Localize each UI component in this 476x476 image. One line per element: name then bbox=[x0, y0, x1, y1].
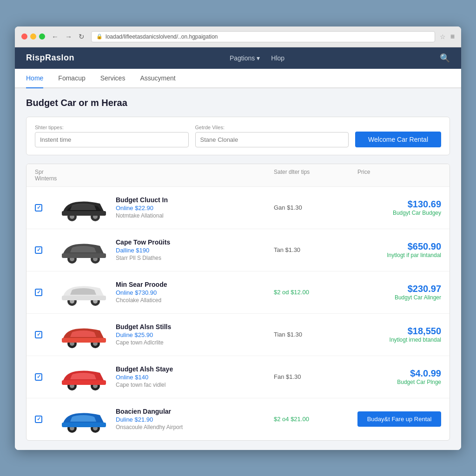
car-svg-3 bbox=[58, 278, 109, 307]
svg-rect-4 bbox=[62, 211, 106, 216]
car-details-4: Budget Alsn Stills Duline $25.90 Cape to… bbox=[116, 323, 171, 346]
app-header: RispRaslon Pagtions ▾ Hlop 🔍 bbox=[15, 47, 461, 69]
car-name-2: Cape Tow Proüits bbox=[116, 238, 170, 246]
search-field-2-label: Getrde Viles: bbox=[195, 125, 349, 130]
svg-rect-29 bbox=[62, 423, 106, 427]
results-table: Spr Winterns Sater dlter tips Price bbox=[26, 164, 450, 441]
car-details-3: Min Sear Proode Online $730.90 Chcolake … bbox=[116, 281, 167, 304]
col-header-3: Price bbox=[357, 169, 441, 182]
car-location-4: Cape town Adlcrlite bbox=[116, 339, 171, 346]
filter-info-3: $2 od $12.00 bbox=[274, 289, 357, 296]
checkbox-3[interactable] bbox=[35, 289, 42, 296]
checkbox-2[interactable] bbox=[35, 246, 42, 254]
back-button[interactable]: ← bbox=[50, 32, 60, 41]
filter-info-1: Gan $1.30 bbox=[274, 204, 357, 211]
table-row: Budget Alsn Stills Duline $25.90 Cape to… bbox=[26, 314, 450, 356]
search-input-1[interactable] bbox=[35, 132, 189, 147]
table-row: Min Sear Proode Online $730.90 Chcolake … bbox=[26, 271, 450, 314]
row-action-button-6[interactable]: Buday&t Fare up Rental bbox=[357, 411, 441, 427]
car-availability-5: Online $140 bbox=[116, 374, 173, 381]
forward-button[interactable]: → bbox=[63, 32, 74, 41]
price-label-5: Budget Car Plnge bbox=[357, 379, 441, 385]
car-details-6: Boacien Dangular Duline $21.90 Onsacoule… bbox=[116, 408, 183, 430]
car-location-5: Cape town fac vidlel bbox=[116, 382, 173, 388]
search-input-2[interactable] bbox=[195, 132, 349, 147]
price-label-1: Budgyt Car Budgey bbox=[357, 210, 441, 216]
minimize-traffic-light[interactable] bbox=[30, 33, 36, 40]
search-field-2: Getrde Viles: bbox=[195, 125, 349, 147]
address-bar[interactable]: 🔒 loadad/lifleetasdanicslolvend/..on.hgp… bbox=[91, 31, 435, 42]
car-name-4: Budget Alsn Stills bbox=[116, 323, 171, 331]
filter-info-6: $2 o4 $21.00 bbox=[274, 416, 357, 423]
svg-rect-24 bbox=[62, 380, 106, 385]
col-header-1: Spr Winterns bbox=[35, 169, 58, 182]
car-location-2: Starr Pll S Dlathes bbox=[116, 255, 170, 261]
header-search-icon[interactable]: 🔍 bbox=[440, 53, 450, 63]
subnav-assucyment[interactable]: Assucyment bbox=[140, 69, 175, 88]
subnav-home[interactable]: Home bbox=[26, 69, 43, 88]
lock-icon: 🔒 bbox=[96, 33, 103, 40]
car-location-6: Onsacoule Allendhy Airport bbox=[116, 424, 183, 430]
car-location-1: Notmtake Allational bbox=[116, 212, 168, 219]
browser-nav: ← → ↻ bbox=[50, 32, 86, 42]
row-checkbox-3[interactable] bbox=[35, 289, 58, 296]
table-row: Budget Alsh Staye Online $140 Cape town … bbox=[26, 356, 450, 398]
price-amount-1: $130.69 bbox=[357, 199, 441, 210]
browser-menu-button[interactable]: ≡ bbox=[450, 33, 455, 41]
car-image-4 bbox=[58, 320, 109, 349]
car-image-2 bbox=[58, 236, 109, 264]
sub-nav: Home Fomacup Services Assucyment bbox=[15, 69, 461, 88]
row-checkbox-4[interactable] bbox=[35, 331, 58, 338]
price-cell-1: $130.69 Budgyt Car Budgey bbox=[357, 199, 441, 216]
close-traffic-light[interactable] bbox=[21, 33, 27, 40]
search-field-1: Shter tippes: bbox=[35, 125, 189, 147]
row-checkbox-1[interactable] bbox=[35, 204, 58, 212]
checkbox-4[interactable] bbox=[35, 331, 42, 338]
chevron-down-icon: ▾ bbox=[257, 54, 260, 62]
price-label-2: Inytlogt if par lintandal bbox=[357, 252, 441, 258]
browser-titlebar: ← → ↻ 🔒 loadad/lifleetasdanicslolvend/..… bbox=[15, 26, 461, 47]
main-content: Budget Car or m Heraa Shter tippes: Getr… bbox=[15, 88, 461, 450]
price-label-3: Budgyt Car Alinger bbox=[357, 294, 441, 301]
checkbox-6[interactable] bbox=[35, 416, 42, 423]
search-bar: Shter tippes: Getrde Viles: Welcome Car … bbox=[26, 117, 450, 155]
car-info-6: Boacien Dangular Duline $21.90 Onsacoule… bbox=[58, 405, 274, 434]
checkbox-1[interactable] bbox=[35, 204, 42, 212]
row-checkbox-6[interactable] bbox=[35, 416, 58, 423]
maximize-traffic-light[interactable] bbox=[39, 33, 45, 40]
page-title: Budget Car or m Heraa bbox=[26, 98, 450, 108]
nav-item-hlop[interactable]: Hlop bbox=[271, 54, 284, 62]
table-header: Spr Winterns Sater dlter tips Price bbox=[26, 164, 450, 187]
price-label-4: Inytlogt irned btandal bbox=[357, 337, 441, 343]
price-amount-2: $650.90 bbox=[357, 241, 441, 252]
refresh-button[interactable]: ↻ bbox=[77, 32, 86, 42]
subnav-fomacup[interactable]: Fomacup bbox=[58, 69, 85, 88]
search-button[interactable]: Welcome Car Rental bbox=[355, 132, 441, 147]
price-cell-4: $18,550 Inytlogt irned btandal bbox=[357, 326, 441, 343]
car-availability-4: Duline $25.90 bbox=[116, 331, 171, 338]
app-nav: Pagtions ▾ Hlop bbox=[230, 54, 284, 62]
svg-rect-14 bbox=[62, 296, 106, 300]
app-logo: RispRaslon bbox=[26, 53, 74, 63]
car-info-5: Budget Alsh Staye Online $140 Cape town … bbox=[58, 363, 274, 391]
car-info-4: Budget Alsn Stills Duline $25.90 Cape to… bbox=[58, 320, 274, 349]
nav-item-pagtions[interactable]: Pagtions ▾ bbox=[230, 54, 260, 62]
row-checkbox-5[interactable] bbox=[35, 373, 58, 381]
url-text: loadad/lifleetasdanicslolvend/..on.hgpai… bbox=[106, 33, 218, 40]
col-header-spacer bbox=[58, 169, 274, 182]
browser-window: ← → ↻ 🔒 loadad/lifleetasdanicslolvend/..… bbox=[15, 26, 461, 450]
car-svg-4 bbox=[58, 320, 109, 349]
subnav-services[interactable]: Services bbox=[100, 69, 126, 88]
car-image-6 bbox=[58, 405, 109, 434]
table-row: Boacien Dangular Duline $21.90 Onsacoule… bbox=[26, 398, 450, 440]
price-cell-5: $4.0.99 Budget Car Plnge bbox=[357, 368, 441, 385]
car-info-3: Min Sear Proode Online $730.90 Chcolake … bbox=[58, 278, 274, 307]
search-field-1-label: Shter tippes: bbox=[35, 125, 189, 130]
price-amount-4: $18,550 bbox=[357, 326, 441, 337]
bookmark-button[interactable]: ☆ bbox=[440, 33, 446, 40]
car-availability-1: Online $22.90 bbox=[116, 205, 168, 212]
row-checkbox-2[interactable] bbox=[35, 246, 58, 254]
checkbox-5[interactable] bbox=[35, 373, 42, 381]
svg-rect-9 bbox=[62, 253, 106, 258]
car-details-1: Budget Cluuct In Online $22.90 Notmtake … bbox=[116, 196, 168, 219]
